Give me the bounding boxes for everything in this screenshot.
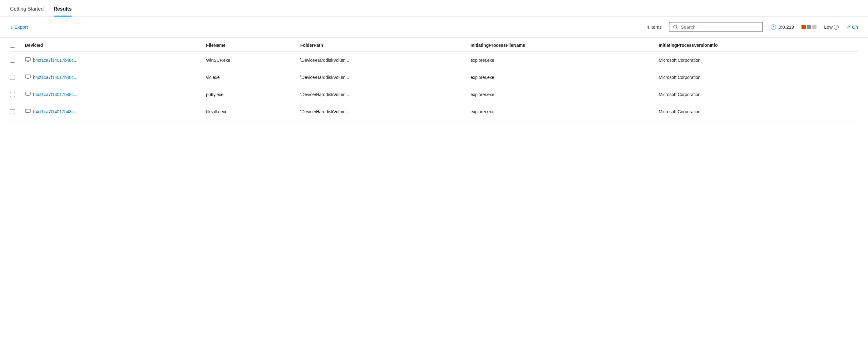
row-folderpath-cell: \Device\HarddiskVolum... bbox=[298, 103, 468, 121]
row-checkbox-cell bbox=[10, 103, 23, 121]
table-row: b4cf1ca7f14017b48c... filezilla.exe \Dev… bbox=[10, 103, 858, 121]
device-id-link[interactable]: b4cf1ca7f14017b48c... bbox=[33, 58, 78, 63]
col-header-deviceid[interactable]: DeviceId bbox=[23, 38, 204, 52]
svg-line-1 bbox=[677, 28, 678, 29]
svg-rect-2 bbox=[25, 58, 30, 61]
severity-dots bbox=[802, 25, 816, 29]
severity-label: Low i bbox=[824, 24, 839, 30]
export-button[interactable]: ↓ Export bbox=[10, 24, 28, 30]
device-icon bbox=[25, 92, 31, 97]
table-header-row: DeviceId FileName FolderPath InitiatingP… bbox=[10, 38, 858, 52]
toolbar: ↓ Export 4 items 🕐 0:0.219 Low i ↗ Ch bbox=[0, 16, 868, 38]
timer-icon: 🕐 bbox=[770, 24, 777, 30]
tabs-bar: Getting Started Results bbox=[0, 0, 868, 16]
row-initiatingprocessfilename-cell: explorer.exe bbox=[468, 86, 656, 103]
row-checkbox-cell bbox=[10, 69, 23, 86]
row-folderpath-cell: \Device\HarddiskVolum... bbox=[298, 69, 468, 86]
export-icon: ↓ bbox=[10, 24, 12, 30]
row-deviceid-cell: b4cf1ca7f14017b48c... bbox=[23, 103, 204, 121]
device-icon bbox=[25, 74, 31, 80]
chart-button[interactable]: ↗ Ch bbox=[846, 24, 858, 30]
severity-info-icon[interactable]: i bbox=[834, 25, 839, 30]
col-header-initiatingprocessfilename[interactable]: InitiatingProcessFileName bbox=[468, 38, 656, 52]
row-checkbox[interactable] bbox=[10, 58, 15, 63]
row-filename-cell: filezilla.exe bbox=[204, 103, 298, 121]
timer-value: 0:0.219 bbox=[778, 24, 794, 30]
row-checkbox[interactable] bbox=[10, 92, 15, 97]
table-row: b4cf1ca7f14017b48c... WinSCP.exe \Device… bbox=[10, 52, 858, 69]
table-row: b4cf1ca7f14017b48c... putty.exe \Device\… bbox=[10, 86, 858, 103]
tab-getting-started[interactable]: Getting Started bbox=[10, 6, 44, 16]
col-header-initiatingprocessversioninfo[interactable]: InitiatingProcessVersionInfo bbox=[656, 38, 858, 52]
severity-dot-orange bbox=[802, 25, 806, 29]
row-filename-cell: WinSCP.exe bbox=[204, 52, 298, 69]
svg-rect-11 bbox=[25, 109, 30, 112]
select-all-checkbox[interactable] bbox=[10, 43, 15, 48]
results-table: DeviceId FileName FolderPath InitiatingP… bbox=[10, 38, 858, 121]
row-initiatingprocessversioninfo-cell: Microsoft Corporation bbox=[656, 69, 858, 86]
row-checkbox[interactable] bbox=[10, 75, 15, 80]
row-filename-cell: vlc.exe bbox=[204, 69, 298, 86]
row-initiatingprocessfilename-cell: explorer.exe bbox=[468, 103, 656, 121]
col-header-filename[interactable]: FileName bbox=[204, 38, 298, 52]
row-checkbox-cell bbox=[10, 86, 23, 103]
row-deviceid-cell: b4cf1ca7f14017b48c... bbox=[23, 52, 204, 69]
row-folderpath-cell: \Device\HarddiskVolum... bbox=[298, 52, 468, 69]
row-deviceid-cell: b4cf1ca7f14017b48c... bbox=[23, 69, 204, 86]
svg-rect-5 bbox=[25, 75, 30, 78]
row-deviceid-cell: b4cf1ca7f14017b48c... bbox=[23, 86, 204, 103]
device-id-link[interactable]: b4cf1ca7f14017b48c... bbox=[33, 92, 78, 97]
row-initiatingprocessfilename-cell: explorer.exe bbox=[468, 52, 656, 69]
items-count: 4 items bbox=[647, 24, 662, 30]
row-checkbox[interactable] bbox=[10, 109, 15, 114]
chart-icon: ↗ bbox=[846, 24, 850, 30]
device-id-link[interactable]: b4cf1ca7f14017b48c... bbox=[33, 75, 78, 80]
col-header-checkbox bbox=[10, 38, 23, 52]
device-id-link[interactable]: b4cf1ca7f14017b48c... bbox=[33, 109, 78, 114]
results-table-container: DeviceId FileName FolderPath InitiatingP… bbox=[0, 38, 868, 121]
row-initiatingprocessversioninfo-cell: Microsoft Corporation bbox=[656, 103, 858, 121]
row-folderpath-cell: \Device\HarddiskVolum... bbox=[298, 86, 468, 103]
severity-dot-gray2 bbox=[812, 25, 816, 29]
search-icon bbox=[673, 25, 678, 30]
table-row: b4cf1ca7f14017b48c... vlc.exe \Device\Ha… bbox=[10, 69, 858, 86]
row-initiatingprocessfilename-cell: explorer.exe bbox=[468, 69, 656, 86]
row-filename-cell: putty.exe bbox=[204, 86, 298, 103]
svg-rect-8 bbox=[25, 92, 30, 95]
timer-area: 🕐 0:0.219 bbox=[770, 24, 794, 30]
search-input[interactable] bbox=[681, 24, 759, 30]
severity-dot-gray1 bbox=[807, 25, 811, 29]
device-icon bbox=[25, 57, 31, 63]
row-initiatingprocessversioninfo-cell: Microsoft Corporation bbox=[656, 52, 858, 69]
row-initiatingprocessversioninfo-cell: Microsoft Corporation bbox=[656, 86, 858, 103]
device-icon bbox=[25, 109, 31, 114]
tab-results[interactable]: Results bbox=[54, 6, 72, 16]
row-checkbox-cell bbox=[10, 52, 23, 69]
search-box[interactable] bbox=[669, 22, 763, 32]
col-header-folderpath[interactable]: FolderPath bbox=[298, 38, 468, 52]
